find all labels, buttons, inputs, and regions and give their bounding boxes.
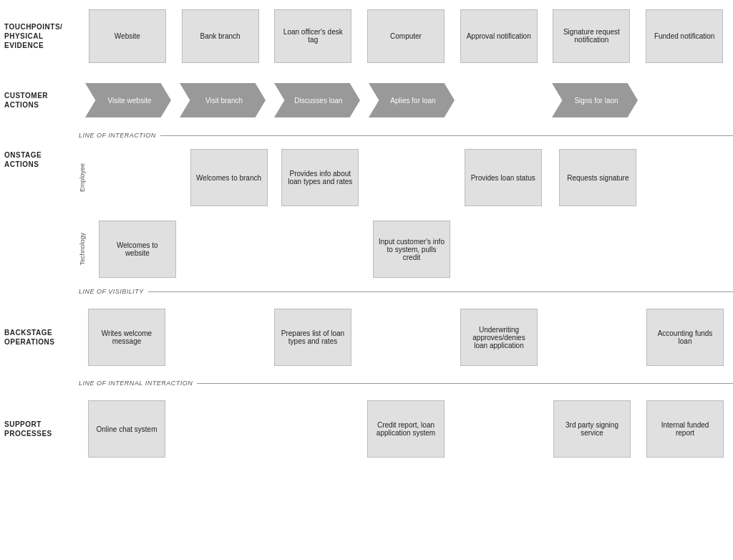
backstage-label: BACKSTAGE OPERATIONS [0, 298, 79, 377]
sp-col6: 3rd party signing service [545, 398, 639, 460]
sp-col2 [173, 415, 266, 443]
tp-col1: Website [83, 7, 172, 65]
sp-col1: Online chat system [80, 398, 173, 460]
sp-col5 [452, 415, 545, 443]
touchpoint-computer: Computer [367, 9, 445, 63]
line-visibility-bar [79, 291, 733, 292]
bs-col4 [359, 323, 452, 352]
bs-col7: Accounting funds loan [639, 306, 732, 368]
line-interaction-bar [79, 135, 733, 136]
line-of-interaction: LINE OF INTERACTION [0, 129, 733, 142]
bs-col5: Underwriting approves/denies loan applic… [452, 306, 545, 368]
onstage-requests-signature: Requests signature [559, 149, 636, 206]
onstage-row: ONSTAGE ACTIONS Employee Welcomes to bra… [0, 142, 733, 285]
ca-col1: Visite website [83, 81, 173, 120]
bs-col3: Prepares list of loan types and rates [266, 306, 359, 368]
customer-actions-content: Visite website Visit branch Discusses lo… [79, 72, 733, 129]
tech-col6 [549, 235, 641, 264]
line-visibility-label: LINE OF VISIBILITY [79, 288, 148, 295]
support-credit-report: Credit report, loan application system [367, 400, 445, 458]
customer-actions-row: CUSTOMER ACTIONS Visite website Visit br… [0, 72, 733, 129]
touchpoint-funded: Funded notification [646, 9, 723, 63]
tp-col7: Funded notification [640, 7, 729, 65]
customer-actions-label: CUSTOMER ACTIONS [0, 72, 79, 129]
onstage-provides-info: Provides info about loan types and rates [281, 149, 359, 206]
emp-col2: Welcomes to branch [183, 147, 275, 208]
touchpoint-approval: Approval notification [460, 9, 538, 63]
backstage-prepares-list: Prepares list of loan types and rates [274, 309, 351, 366]
onstage-welcomes-branch: Welcomes to branch [190, 149, 268, 206]
touchpoint-signature: Signature request notification [553, 9, 630, 63]
touchpoints-row: TOUCHPOINTS/ PHYSICAL EVIDENCE Website B… [0, 0, 733, 72]
emp-col5: Provides loan status [457, 147, 549, 208]
emp-col4 [366, 163, 457, 192]
onstage-welcomes-website: Welcomes to website [99, 221, 176, 278]
support-online-chat: Online chat system [88, 400, 165, 458]
emp-col3: Provides info about loan types and rates [274, 147, 366, 208]
ca-col7 [644, 86, 729, 115]
tech-col7 [640, 235, 732, 264]
sp-col4: Credit report, loan application system [359, 398, 452, 460]
ca-col5 [461, 86, 545, 115]
touchpoints-content: Website Bank branch Loan officer's desk … [79, 0, 733, 72]
employee-label: Employee [79, 163, 90, 192]
backstage-accounting: Accounting funds loan [646, 309, 724, 366]
touchpoint-loan-officer: Loan officer's desk tag [274, 9, 351, 63]
sp-col7: Internal funded report [639, 398, 732, 460]
tech-col1: Welcomes to website [92, 218, 183, 280]
action-signs-loan: Signs for laon [552, 83, 638, 117]
onstage-employee-row: Employee Welcomes to branch Provides inf… [79, 142, 733, 213]
backstage-writes-welcome: Writes welcome message [88, 309, 165, 366]
tech-col2 [183, 235, 275, 264]
bs-col1: Writes welcome message [80, 306, 173, 368]
ca-col3: Discusses loan [272, 81, 362, 120]
support-row: SUPPORT PROCESSES Online chat system Cre… [0, 390, 733, 468]
bs-col6 [545, 323, 639, 352]
ca-col2: Visit branch [178, 81, 268, 120]
tp-col3: Loan officer's desk tag [268, 7, 357, 65]
tech-col5 [457, 235, 549, 264]
touchpoint-website: Website [89, 9, 166, 63]
touchpoint-bank-branch: Bank branch [182, 9, 259, 63]
touchpoints-label: TOUCHPOINTS/ PHYSICAL EVIDENCE [0, 0, 79, 72]
tp-col4: Computer [361, 7, 450, 65]
emp-col1 [92, 163, 183, 192]
line-of-visibility: LINE OF VISIBILITY [0, 285, 733, 298]
support-label: SUPPORT PROCESSES [0, 390, 79, 468]
line-internal-label: LINE OF INTERNAL INTERACTION [79, 380, 197, 387]
tp-col2: Bank branch [176, 7, 265, 65]
onstage-loan-status: Provides loan status [465, 149, 542, 206]
ca-col4: Aplies for loan [366, 81, 457, 120]
technology-label: Technology [79, 233, 90, 266]
service-blueprint-diagram: TOUCHPOINTS/ PHYSICAL EVIDENCE Website B… [0, 0, 733, 468]
onstage-input-customer: Input customer's info to system, pulls c… [373, 221, 450, 278]
backstage-underwriting: Underwriting approves/denies loan applic… [460, 309, 538, 366]
onstage-label: ONSTAGE ACTIONS [0, 142, 79, 285]
tech-col4: Input customer's info to system, pulls c… [366, 218, 457, 280]
tp-col5: Approval notification [455, 7, 543, 65]
support-third-party: 3rd party signing service [553, 400, 631, 458]
bs-col2 [173, 323, 266, 352]
action-applies-loan: Aplies for loan [369, 83, 455, 117]
line-of-internal-interaction: LINE OF INTERNAL INTERACTION [0, 377, 733, 390]
action-visite-website: Visite website [85, 83, 171, 117]
line-interaction-label: LINE OF INTERACTION [79, 132, 160, 139]
emp-col7 [640, 163, 732, 192]
tech-col3 [274, 235, 366, 264]
ca-col6: Signs for laon [550, 81, 640, 120]
sp-col3 [266, 415, 359, 443]
action-visit-branch: Visit branch [180, 83, 266, 117]
action-discusses-loan: Discusses loan [274, 83, 360, 117]
support-internal-funded: Internal funded report [646, 400, 724, 458]
tp-col6: Signature request notification [548, 7, 636, 65]
emp-col6: Requests signature [549, 147, 641, 208]
onstage-technology-row: Technology Welcomes to website Input cus… [79, 213, 733, 285]
backstage-row: BACKSTAGE OPERATIONS Writes welcome mess… [0, 298, 733, 377]
